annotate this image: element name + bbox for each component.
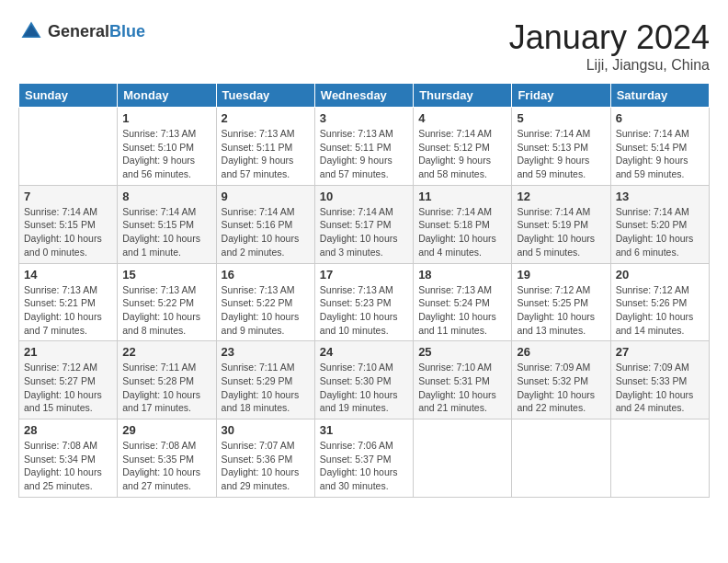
day-number: 8 xyxy=(122,190,210,203)
page-header: GeneralBlue January 2024 Liji, Jiangsu, … xyxy=(18,18,710,74)
calendar-cell: 10Sunrise: 7:14 AM Sunset: 5:17 PM Dayli… xyxy=(314,185,413,263)
month-title: January 2024 xyxy=(509,18,710,57)
day-info: Sunrise: 7:14 AM Sunset: 5:13 PM Dayligh… xyxy=(517,127,605,181)
day-info: Sunrise: 7:14 AM Sunset: 5:16 PM Dayligh… xyxy=(222,205,310,259)
day-info: Sunrise: 7:09 AM Sunset: 5:33 PM Dayligh… xyxy=(616,361,704,415)
calendar-cell: 20Sunrise: 7:12 AM Sunset: 5:26 PM Dayli… xyxy=(610,263,709,341)
location-title: Liji, Jiangsu, China xyxy=(509,57,710,74)
calendar-cell: 6Sunrise: 7:14 AM Sunset: 5:14 PM Daylig… xyxy=(610,108,709,186)
calendar-cell: 16Sunrise: 7:13 AM Sunset: 5:22 PM Dayli… xyxy=(216,263,314,341)
day-number: 21 xyxy=(24,345,112,359)
calendar-cell: 28Sunrise: 7:08 AM Sunset: 5:34 PM Dayli… xyxy=(19,419,118,498)
day-number: 25 xyxy=(418,345,506,359)
calendar-cell: 3Sunrise: 7:13 AM Sunset: 5:11 PM Daylig… xyxy=(314,108,413,186)
day-number: 27 xyxy=(616,345,704,359)
calendar-cell: 25Sunrise: 7:10 AM Sunset: 5:31 PM Dayli… xyxy=(414,341,512,419)
day-info: Sunrise: 7:14 AM Sunset: 5:18 PM Dayligh… xyxy=(418,205,506,259)
calendar-cell: 31Sunrise: 7:06 AM Sunset: 5:37 PM Dayli… xyxy=(314,419,413,498)
calendar-header: SundayMondayTuesdayWednesdayThursdayFrid… xyxy=(19,84,710,108)
day-number: 14 xyxy=(24,268,112,282)
day-info: Sunrise: 7:14 AM Sunset: 5:12 PM Dayligh… xyxy=(418,127,506,181)
calendar-cell: 22Sunrise: 7:11 AM Sunset: 5:28 PM Dayli… xyxy=(118,341,216,419)
logo-general: General xyxy=(48,22,109,40)
day-number: 23 xyxy=(222,345,310,359)
weekday-header: Wednesday xyxy=(314,84,413,108)
weekday-header: Saturday xyxy=(610,84,709,108)
calendar-cell: 8Sunrise: 7:14 AM Sunset: 5:15 PM Daylig… xyxy=(118,185,216,263)
weekday-header: Thursday xyxy=(414,84,512,108)
day-info: Sunrise: 7:07 AM Sunset: 5:36 PM Dayligh… xyxy=(222,439,310,493)
weekday-header: Tuesday xyxy=(216,84,314,108)
day-info: Sunrise: 7:13 AM Sunset: 5:21 PM Dayligh… xyxy=(24,283,112,338)
calendar-cell: 18Sunrise: 7:13 AM Sunset: 5:24 PM Dayli… xyxy=(414,263,512,341)
day-number: 22 xyxy=(122,345,210,359)
calendar-cell: 2Sunrise: 7:13 AM Sunset: 5:11 PM Daylig… xyxy=(216,108,314,186)
day-number: 13 xyxy=(616,190,704,203)
day-info: Sunrise: 7:13 AM Sunset: 5:23 PM Dayligh… xyxy=(320,283,408,338)
day-number: 15 xyxy=(122,268,210,282)
day-info: Sunrise: 7:11 AM Sunset: 5:28 PM Dayligh… xyxy=(122,361,210,415)
day-number: 28 xyxy=(24,423,112,437)
weekday-header: Sunday xyxy=(19,84,118,108)
day-info: Sunrise: 7:14 AM Sunset: 5:14 PM Dayligh… xyxy=(616,127,704,181)
calendar-cell: 7Sunrise: 7:14 AM Sunset: 5:15 PM Daylig… xyxy=(19,185,118,263)
day-info: Sunrise: 7:12 AM Sunset: 5:26 PM Dayligh… xyxy=(616,283,704,338)
calendar-cell: 5Sunrise: 7:14 AM Sunset: 5:13 PM Daylig… xyxy=(512,108,610,186)
day-number: 26 xyxy=(517,345,605,359)
day-info: Sunrise: 7:14 AM Sunset: 5:20 PM Dayligh… xyxy=(616,205,704,259)
day-number: 18 xyxy=(418,268,506,282)
day-info: Sunrise: 7:13 AM Sunset: 5:11 PM Dayligh… xyxy=(222,127,310,181)
day-info: Sunrise: 7:13 AM Sunset: 5:22 PM Dayligh… xyxy=(122,283,210,338)
day-number: 1 xyxy=(122,111,210,125)
day-info: Sunrise: 7:10 AM Sunset: 5:31 PM Dayligh… xyxy=(418,361,506,415)
day-number: 2 xyxy=(222,111,310,125)
day-info: Sunrise: 7:13 AM Sunset: 5:11 PM Dayligh… xyxy=(320,127,408,181)
day-number: 4 xyxy=(418,111,506,125)
calendar-cell: 27Sunrise: 7:09 AM Sunset: 5:33 PM Dayli… xyxy=(610,341,709,419)
day-info: Sunrise: 7:13 AM Sunset: 5:22 PM Dayligh… xyxy=(222,283,310,338)
logo-blue: Blue xyxy=(109,22,145,40)
day-number: 31 xyxy=(320,423,408,437)
day-info: Sunrise: 7:06 AM Sunset: 5:37 PM Dayligh… xyxy=(320,439,408,493)
day-number: 12 xyxy=(517,190,605,203)
calendar-cell: 14Sunrise: 7:13 AM Sunset: 5:21 PM Dayli… xyxy=(19,263,118,341)
weekday-header: Monday xyxy=(118,84,216,108)
day-number: 5 xyxy=(517,111,605,125)
day-info: Sunrise: 7:14 AM Sunset: 5:19 PM Dayligh… xyxy=(517,205,605,259)
day-number: 3 xyxy=(320,111,408,125)
day-number: 20 xyxy=(616,268,704,282)
calendar-cell: 19Sunrise: 7:12 AM Sunset: 5:25 PM Dayli… xyxy=(512,263,610,341)
calendar-cell: 12Sunrise: 7:14 AM Sunset: 5:19 PM Dayli… xyxy=(512,185,610,263)
calendar-cell: 11Sunrise: 7:14 AM Sunset: 5:18 PM Dayli… xyxy=(414,185,512,263)
day-number: 11 xyxy=(418,190,506,203)
day-info: Sunrise: 7:14 AM Sunset: 5:15 PM Dayligh… xyxy=(122,205,210,259)
day-number: 16 xyxy=(222,268,310,282)
calendar-cell: 1Sunrise: 7:13 AM Sunset: 5:10 PM Daylig… xyxy=(118,108,216,186)
day-info: Sunrise: 7:13 AM Sunset: 5:24 PM Dayligh… xyxy=(418,283,506,338)
calendar-cell: 17Sunrise: 7:13 AM Sunset: 5:23 PM Dayli… xyxy=(314,263,413,341)
calendar-table: SundayMondayTuesdayWednesdayThursdayFrid… xyxy=(18,83,710,498)
calendar-cell xyxy=(19,108,118,186)
day-number: 10 xyxy=(320,190,408,203)
day-info: Sunrise: 7:14 AM Sunset: 5:17 PM Dayligh… xyxy=(320,205,408,259)
logo: GeneralBlue xyxy=(18,18,145,44)
day-number: 17 xyxy=(320,268,408,282)
calendar-cell: 9Sunrise: 7:14 AM Sunset: 5:16 PM Daylig… xyxy=(216,185,314,263)
calendar-cell: 29Sunrise: 7:08 AM Sunset: 5:35 PM Dayli… xyxy=(118,419,216,498)
day-info: Sunrise: 7:13 AM Sunset: 5:10 PM Dayligh… xyxy=(122,127,210,181)
calendar-cell: 23Sunrise: 7:11 AM Sunset: 5:29 PM Dayli… xyxy=(216,341,314,419)
weekday-header: Friday xyxy=(512,84,610,108)
day-info: Sunrise: 7:14 AM Sunset: 5:15 PM Dayligh… xyxy=(24,205,112,259)
title-block: January 2024 Liji, Jiangsu, China xyxy=(509,18,710,74)
day-number: 9 xyxy=(222,190,310,203)
calendar-cell xyxy=(512,419,610,498)
day-number: 19 xyxy=(517,268,605,282)
day-number: 29 xyxy=(122,423,210,437)
day-info: Sunrise: 7:12 AM Sunset: 5:25 PM Dayligh… xyxy=(517,283,605,338)
day-number: 6 xyxy=(616,111,704,125)
calendar-cell xyxy=(610,419,709,498)
day-number: 7 xyxy=(24,190,112,203)
calendar-cell: 4Sunrise: 7:14 AM Sunset: 5:12 PM Daylig… xyxy=(414,108,512,186)
day-number: 24 xyxy=(320,345,408,359)
day-info: Sunrise: 7:12 AM Sunset: 5:27 PM Dayligh… xyxy=(24,361,112,415)
